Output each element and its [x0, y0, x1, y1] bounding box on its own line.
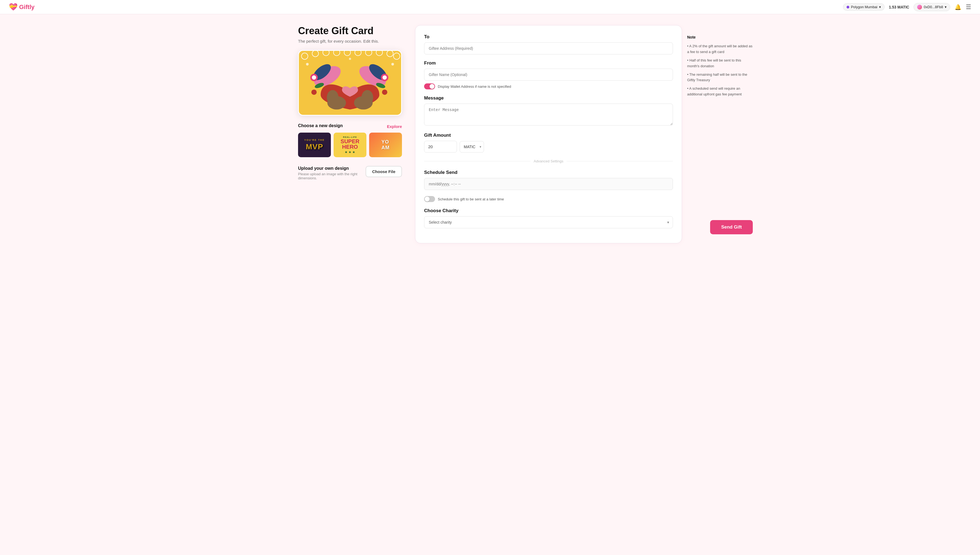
schedule-send-section: Schedule Send Schedule this gift to be s…	[424, 170, 673, 202]
svg-point-9	[387, 51, 393, 56]
network-dot	[847, 6, 849, 8]
svg-point-8	[376, 51, 383, 56]
toggle-row: Display Wallet Address if name is not sp…	[424, 83, 673, 90]
message-textarea[interactable]	[424, 104, 673, 125]
schedule-toggle-label: Schedule this gift to be sent at a later…	[438, 197, 504, 201]
svg-point-27	[311, 90, 317, 95]
menu-icon[interactable]: ☰	[966, 3, 971, 11]
note-item-3: • The remaining half will be sent to the…	[687, 72, 753, 83]
svg-point-24	[312, 75, 316, 80]
svg-point-7	[366, 51, 372, 56]
svg-point-6	[355, 51, 361, 56]
left-panel: Create Gift Card The perfect gift, for e…	[298, 25, 415, 243]
upload-subtitle: Please upload an image with the right di…	[298, 172, 366, 180]
network-chevron-icon: ▾	[879, 5, 881, 9]
upload-section: Upload your own design Please upload an …	[298, 166, 402, 180]
right-panel: Note • A 2% of the gift amount will be a…	[415, 25, 682, 243]
main-content: Create Gift Card The perfect gift, for e…	[285, 14, 695, 254]
svg-point-22	[366, 91, 372, 98]
schedule-toggle[interactable]	[424, 196, 435, 202]
to-label: To	[424, 34, 673, 40]
choose-design-label: Choose a new design	[298, 123, 343, 128]
toggle-knob	[430, 84, 435, 89]
wallet-avatar	[917, 5, 922, 10]
schedule-toggle-knob	[425, 197, 430, 202]
message-label: Message	[424, 95, 673, 101]
note-panel: Note • A 2% of the gift amount will be a…	[687, 34, 753, 100]
to-input[interactable]	[424, 42, 673, 55]
schedule-send-label: Schedule Send	[424, 170, 673, 175]
matic-balance: 1.53 MATIC	[889, 5, 909, 9]
svg-point-32	[391, 63, 394, 66]
schedule-input[interactable]	[424, 178, 673, 190]
wallet-display-toggle[interactable]	[424, 83, 435, 90]
from-input[interactable]	[424, 69, 673, 81]
upload-title: Upload your own design	[298, 166, 366, 171]
schedule-toggle-row: Schedule this gift to be sent at a later…	[424, 196, 673, 202]
note-item-4: • A scheduled send will require an addit…	[687, 86, 753, 97]
wallet-chevron-icon: ▾	[945, 5, 946, 9]
gift-amount-label: Gift Amount	[424, 133, 673, 138]
toggle-label: Display Wallet Address if name is not sp…	[438, 85, 511, 88]
message-section: Message	[424, 95, 673, 127]
network-selector[interactable]: Polygon Mumbai ▾	[843, 3, 885, 11]
notification-bell-icon[interactable]: 🔔	[954, 4, 961, 10]
network-label: Polygon Mumbai	[851, 5, 877, 9]
note-item-2: • Half of this fee will be sent to this …	[687, 58, 753, 69]
from-label: From	[424, 61, 673, 66]
explore-link[interactable]: Explore	[387, 124, 402, 129]
divider-right	[566, 161, 673, 161]
svg-point-28	[382, 90, 387, 95]
svg-point-18	[332, 91, 337, 97]
design-partial[interactable]: YOAM	[369, 133, 402, 157]
charity-select-wrapper: Select charity	[424, 216, 673, 228]
header-right: Polygon Mumbai ▾ 1.53 MATIC 0xD0...8Fb8 …	[843, 3, 971, 11]
svg-point-1	[302, 53, 308, 59]
advanced-settings-label: Advanced Settings	[534, 159, 563, 163]
choose-charity-section: Choose Charity Select charity	[424, 208, 673, 228]
logo-text: Giftly	[19, 3, 34, 11]
choose-file-button[interactable]: Choose File	[366, 166, 402, 177]
design-mvp[interactable]: YOU'RE THE MVP	[298, 133, 331, 157]
svg-point-31	[306, 63, 309, 66]
header: 💝 Giftly Polygon Mumbai ▾ 1.53 MATIC 0xD…	[0, 0, 980, 14]
note-title: Note	[687, 34, 753, 40]
svg-point-33	[349, 58, 351, 60]
from-section: From Display Wallet Address if name is n…	[424, 61, 673, 90]
send-button-wrapper: Send Gift	[710, 220, 753, 234]
gift-amount-section: Gift Amount MATIC ETH USDC	[424, 133, 673, 152]
svg-point-10	[393, 53, 400, 59]
gift-card-preview	[298, 50, 402, 115]
svg-point-3	[323, 51, 329, 56]
choose-charity-label: Choose Charity	[424, 208, 673, 213]
advanced-settings-divider: Advanced Settings	[424, 159, 673, 163]
divider-left	[424, 161, 531, 161]
page-subtitle: The perfect gift, for every occasion. Ed…	[298, 39, 402, 43]
to-section: To	[424, 34, 673, 55]
wallet-address: 0xD0...8Fb8	[924, 5, 943, 9]
svg-point-2	[312, 51, 319, 56]
design-options: YOU'RE THE MVP REAL-LIFE SUPER HERO ★ ★ …	[298, 133, 402, 157]
wallet-selector[interactable]: 0xD0...8Fb8 ▾	[914, 3, 950, 11]
svg-point-4	[334, 51, 340, 56]
amount-input[interactable]	[424, 141, 457, 152]
note-item-1: • A 2% of the gift amount will be added …	[687, 43, 753, 55]
design-superhero[interactable]: REAL-LIFE SUPER HERO ★ ★ ★	[334, 133, 366, 157]
logo-icon: 💝	[9, 3, 18, 11]
currency-select[interactable]: MATIC ETH USDC	[460, 141, 484, 152]
currency-wrapper: MATIC ETH USDC	[460, 141, 484, 152]
svg-point-26	[383, 75, 387, 80]
charity-select[interactable]: Select charity	[424, 216, 673, 228]
logo[interactable]: 💝 Giftly	[9, 3, 34, 11]
page-title: Create Gift Card	[298, 25, 402, 37]
amount-row: MATIC ETH USDC	[424, 141, 673, 152]
send-gift-button[interactable]: Send Gift	[710, 220, 753, 234]
svg-point-5	[344, 51, 351, 56]
